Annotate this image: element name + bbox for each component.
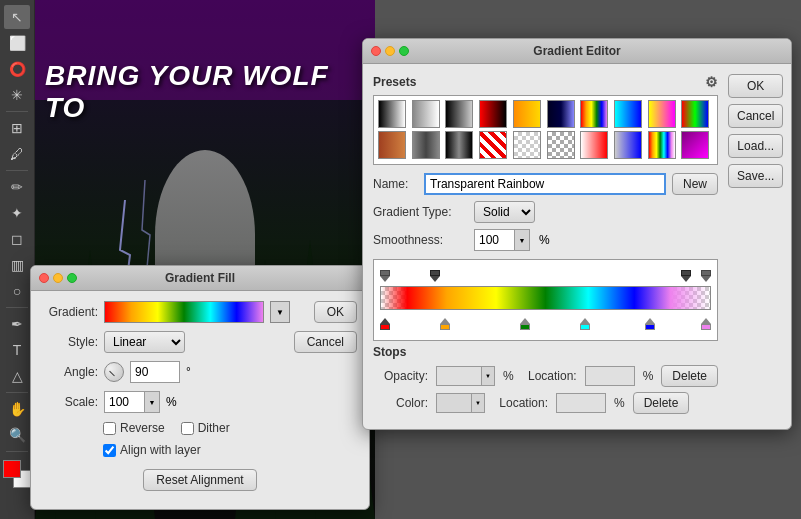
ge-maximize-button[interactable] [399, 46, 409, 56]
preset-10[interactable] [681, 100, 709, 128]
type-tool[interactable]: T [4, 338, 30, 362]
ge-ok-button[interactable]: OK [728, 74, 783, 98]
brush-tool[interactable]: ✏ [4, 175, 30, 199]
ok-button[interactable]: OK [314, 301, 357, 323]
opacity-input[interactable] [436, 366, 481, 386]
preset-18[interactable] [614, 131, 642, 159]
ge-traffic-lights [371, 46, 409, 56]
presets-gear-icon[interactable]: ⚙ [705, 74, 718, 90]
name-input[interactable] [424, 173, 666, 195]
preset-14[interactable] [479, 131, 507, 159]
foreground-color-swatch[interactable] [3, 460, 21, 478]
preset-3[interactable] [445, 100, 473, 128]
preset-7[interactable] [580, 100, 608, 128]
ge-save-button[interactable]: Save... [728, 164, 783, 188]
minimize-button[interactable] [53, 273, 63, 283]
ge-load-button[interactable]: Load... [728, 134, 783, 158]
angle-knob[interactable] [104, 362, 124, 382]
color-label: Color: [373, 396, 428, 410]
preset-12[interactable] [412, 131, 440, 159]
ge-cancel-button[interactable]: Cancel [728, 104, 783, 128]
ge-minimize-button[interactable] [385, 46, 395, 56]
dodge-tool[interactable]: ○ [4, 279, 30, 303]
smoothness-dropdown-button[interactable]: ▼ [514, 229, 530, 251]
opacity-stop-mid-left[interactable] [430, 270, 440, 282]
color-stop-green[interactable] [520, 318, 530, 330]
opacity-label: Opacity: [373, 369, 428, 383]
color-stop-orange[interactable] [440, 318, 450, 330]
opacity-delete-button[interactable]: Delete [661, 365, 718, 387]
crop-tool[interactable]: ⊞ [4, 116, 30, 140]
color-stop-transparent[interactable] [380, 318, 390, 330]
traffic-lights [39, 273, 77, 283]
gradient-fill-dialog: Gradient Fill Gradient: ▼ OK Style: Line… [30, 265, 370, 510]
preset-16[interactable] [547, 131, 575, 159]
scale-dropdown-button[interactable]: ▼ [144, 391, 160, 413]
zoom-tool[interactable]: 🔍 [4, 423, 30, 447]
color-delete-button[interactable]: Delete [633, 392, 690, 414]
magic-wand-tool[interactable]: ✳ [4, 83, 30, 107]
color-location-input[interactable] [556, 393, 606, 413]
new-button[interactable]: New [672, 173, 718, 195]
color-stops-row: Color: ▼ Location: % Delete [373, 392, 718, 414]
opacity-input-group: ▼ [436, 366, 495, 386]
reset-button[interactable]: Reset Alignment [143, 469, 256, 491]
eyedropper-tool[interactable]: 🖊 [4, 142, 30, 166]
opacity-stop-far-right[interactable] [681, 270, 691, 282]
gradient-bar[interactable] [380, 286, 711, 310]
scale-input[interactable] [104, 391, 144, 413]
gradient-label: Gradient: [43, 305, 98, 319]
preset-5[interactable] [513, 100, 541, 128]
close-button[interactable] [39, 273, 49, 283]
preset-6[interactable] [547, 100, 575, 128]
ge-close-button[interactable] [371, 46, 381, 56]
color-dropdown-button[interactable]: ▼ [471, 393, 485, 413]
opacity-stop-left[interactable] [380, 270, 390, 282]
tool-separator-3 [6, 307, 28, 308]
reverse-row: Reverse [103, 421, 165, 435]
preset-8[interactable] [614, 100, 642, 128]
preset-2[interactable] [412, 100, 440, 128]
align-checkbox[interactable] [103, 444, 116, 457]
preset-17[interactable] [580, 131, 608, 159]
opacity-stop-right[interactable] [701, 270, 711, 282]
lasso-tool[interactable]: ⭕ [4, 57, 30, 81]
preset-11[interactable] [378, 131, 406, 159]
gradient-preview[interactable] [104, 301, 264, 323]
marquee-tool[interactable]: ⬜ [4, 31, 30, 55]
gradient-bar-container [373, 259, 718, 341]
color-stop-blue[interactable] [645, 318, 655, 330]
preset-1[interactable] [378, 100, 406, 128]
hand-tool[interactable]: ✋ [4, 397, 30, 421]
preset-4[interactable] [479, 100, 507, 128]
opacity-location-input[interactable] [585, 366, 635, 386]
stamp-tool[interactable]: ✦ [4, 201, 30, 225]
style-select[interactable]: Linear Radial Angle Reflected Diamond [104, 331, 185, 353]
gradient-tool[interactable]: ▥ [4, 253, 30, 277]
preset-9[interactable] [648, 100, 676, 128]
preset-19[interactable] [648, 131, 676, 159]
pen-tool[interactable]: ✒ [4, 312, 30, 336]
preset-13[interactable] [445, 131, 473, 159]
stops-section: Stops Opacity: ▼ % Location: % Delete [373, 345, 718, 414]
opacity-dropdown-button[interactable]: ▼ [481, 366, 495, 386]
shape-tool[interactable]: △ [4, 364, 30, 388]
bottom-stops-area [380, 312, 711, 332]
preset-15[interactable] [513, 131, 541, 159]
color-stop-violet[interactable] [701, 318, 711, 330]
color-stop-cyan[interactable] [580, 318, 590, 330]
angle-input[interactable] [130, 361, 180, 383]
stops-title: Stops [373, 345, 718, 359]
gradient-dropdown-button[interactable]: ▼ [270, 301, 290, 323]
type-select[interactable]: Solid Noise [474, 201, 535, 223]
move-tool[interactable]: ↖ [4, 5, 30, 29]
cancel-button[interactable]: Cancel [294, 331, 357, 353]
smoothness-input[interactable] [474, 229, 514, 251]
color-swatch[interactable] [436, 393, 471, 413]
maximize-button[interactable] [67, 273, 77, 283]
eraser-tool[interactable]: ◻ [4, 227, 30, 251]
reverse-checkbox[interactable] [103, 422, 116, 435]
preset-20[interactable] [681, 131, 709, 159]
color-swatches[interactable] [3, 460, 31, 488]
dither-checkbox[interactable] [181, 422, 194, 435]
